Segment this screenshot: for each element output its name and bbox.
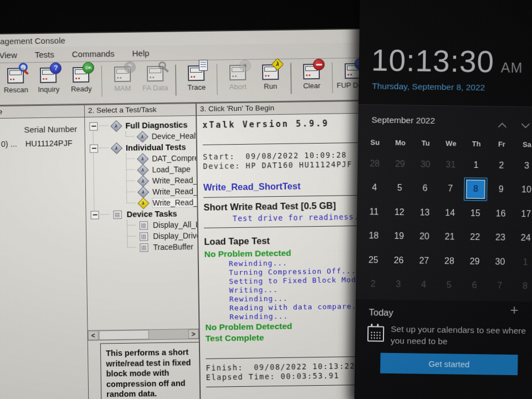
menu-tests[interactable]: Tests xyxy=(35,50,54,59)
calendar-day[interactable]: 13 xyxy=(412,200,437,224)
calendar-day[interactable]: 5 xyxy=(387,176,412,200)
toolbar-button-rescan[interactable]: Rescan xyxy=(0,65,32,94)
calendar-day[interactable]: 18 xyxy=(361,224,386,248)
runner-diamond-icon: λ xyxy=(110,120,122,131)
calendar-next-button[interactable] xyxy=(521,120,530,125)
calendar-day[interactable]: 17 xyxy=(513,202,532,226)
calendar-day[interactable]: 28 xyxy=(437,249,462,273)
calendar-day[interactable]: 3 xyxy=(386,272,411,296)
toolbar-separator xyxy=(290,63,291,94)
toolbar-button-run[interactable]: λRun xyxy=(254,62,287,91)
calendar-day[interactable]: 28 xyxy=(362,151,387,176)
scroll-right-arrow[interactable]: > xyxy=(188,329,198,339)
tree-item-tracebuffer[interactable]: TraceBuffer xyxy=(86,241,197,254)
device-drive-icon: λ xyxy=(262,64,279,80)
calendar-day[interactable]: 24 xyxy=(513,226,532,250)
tree-item-device-healt[interactable]: λDevice_Healt xyxy=(85,130,196,143)
menu-view[interactable]: View xyxy=(0,50,17,60)
calendar-day[interactable]: 11 xyxy=(361,200,387,224)
calendar-day[interactable]: 3 xyxy=(514,154,532,178)
calendar-day-header: Sa xyxy=(514,136,532,153)
calendar-day[interactable]: 12 xyxy=(387,200,412,224)
calendar-day[interactable]: 26 xyxy=(386,248,411,273)
toolbar-button-ready[interactable]: OKReady xyxy=(65,65,98,94)
calendar-day[interactable]: 31 xyxy=(438,152,463,177)
calendar-day[interactable]: 6 xyxy=(462,273,487,298)
runner-diamond-icon: λ xyxy=(137,197,149,209)
toolbar-label: Inquiry xyxy=(38,85,59,94)
tree-item-write-read-m[interactable]: λWrite_Read_M xyxy=(86,186,197,198)
clock-flyout: 10:13:30AM Thursday, September 8, 2022 S… xyxy=(354,0,532,399)
toolbar-button-trace[interactable]: Trace xyxy=(180,63,213,92)
calendar-selected-day: 8 xyxy=(466,179,485,198)
app-window: agement Console ViewTestsCommandsHelp Re… xyxy=(0,28,375,399)
tree-expander-icon[interactable] xyxy=(89,122,98,130)
menu-commands[interactable]: Commands xyxy=(72,49,115,59)
calendar-day[interactable]: 30 xyxy=(487,249,513,274)
calendar-day[interactable]: 4 xyxy=(361,176,387,200)
get-started-button[interactable]: Get started xyxy=(380,353,518,375)
runner-glyph: λ xyxy=(141,156,144,161)
menu-help[interactable]: Help xyxy=(132,48,149,58)
calendar-day-header: We xyxy=(438,135,464,152)
grid-icon xyxy=(113,210,121,218)
calendar-day[interactable]: 23 xyxy=(488,226,513,250)
calendar-day[interactable]: 7 xyxy=(487,274,513,298)
tree-item-display-drive[interactable]: Display_Drive xyxy=(86,230,197,243)
tree-expander-icon[interactable] xyxy=(90,144,98,152)
toolbar-label: FA Data xyxy=(142,84,168,93)
tree-expander-icon[interactable] xyxy=(90,211,99,219)
add-event-icon[interactable]: + xyxy=(510,301,519,319)
calendar-day[interactable]: 2 xyxy=(360,272,386,296)
device-drive-icon: OK xyxy=(73,67,89,83)
tree-item-write-read-f[interactable]: λWrite_Read_F xyxy=(86,175,197,187)
tree-item-load-tape[interactable]: λLoad_Tape xyxy=(85,163,196,176)
calendar-prev-button[interactable] xyxy=(498,120,507,125)
scroll-left-arrow[interactable]: < xyxy=(88,331,99,340)
grid-icon xyxy=(137,219,150,231)
calendar-day[interactable]: 25 xyxy=(361,248,386,272)
tree-item-individual-tests[interactable]: λIndividual Tests xyxy=(85,141,196,154)
tree-item-dat-compre[interactable]: λDAT_Compre xyxy=(85,152,196,165)
runner-diamond-icon: λ xyxy=(137,153,149,165)
calendar-day[interactable]: 6 xyxy=(412,176,438,201)
tree-item-display-all-l[interactable]: Display_All_L xyxy=(86,219,197,232)
calendar-day[interactable]: 22 xyxy=(462,225,488,249)
calendar-day[interactable]: 27 xyxy=(411,248,437,273)
clock-date[interactable]: Thursday, September 8, 2022 xyxy=(372,81,485,93)
calendar-day[interactable]: 21 xyxy=(437,225,462,249)
calendar-day[interactable]: 1 xyxy=(463,153,489,177)
calendar-day[interactable]: 29 xyxy=(462,249,487,274)
scroll-thumb[interactable] xyxy=(99,330,149,340)
tree-item-full-diagnostics[interactable]: λFull Diagnostics xyxy=(85,119,196,132)
calendar-day[interactable]: 15 xyxy=(463,201,488,226)
tree-item-device-tasks[interactable]: Device Tasks xyxy=(86,208,197,221)
calendar-day[interactable]: 1 xyxy=(513,250,532,274)
toolbar-button-fa-data: FA Data xyxy=(139,64,172,93)
calendar-day[interactable]: 10 xyxy=(514,177,532,202)
device-serial-number: HU11124PJF xyxy=(25,139,73,148)
clock-time: 10:13:30AM xyxy=(371,42,523,80)
tree-connector xyxy=(126,136,135,137)
calendar-day[interactable]: 29 xyxy=(387,152,413,176)
tree-hscrollbar[interactable]: < > xyxy=(88,329,198,341)
toolbar-button-clear[interactable]: Clear xyxy=(295,62,329,90)
calendar-day[interactable]: 30 xyxy=(412,152,438,176)
calendar-day[interactable]: 7 xyxy=(438,177,463,201)
calendar-day[interactable]: 8 xyxy=(512,274,532,298)
test-panel-header: 2. Select a Test/Task xyxy=(85,104,196,117)
calendar-day[interactable]: 8 xyxy=(463,177,488,201)
calendar-day[interactable]: 20 xyxy=(412,224,437,249)
toolbar-button-inquiry[interactable]: ?Inquiry xyxy=(32,65,65,94)
runner-diamond-icon: λ xyxy=(110,120,122,131)
calendar-day[interactable]: 9 xyxy=(488,177,514,202)
calendar-day[interactable]: 4 xyxy=(411,273,436,297)
calendar-day[interactable]: 16 xyxy=(488,201,513,226)
scroll-track[interactable] xyxy=(149,329,188,339)
calendar-day[interactable]: 2 xyxy=(489,153,514,177)
calendar-day[interactable]: 19 xyxy=(386,224,412,248)
tree-item-write-read-s[interactable]: λWrite_Read_S xyxy=(86,197,197,209)
calendar-day[interactable]: 5 xyxy=(436,273,462,298)
calendar-day[interactable]: 14 xyxy=(437,201,463,225)
device-row[interactable]: 0) ... HU11124PJF xyxy=(0,139,85,151)
